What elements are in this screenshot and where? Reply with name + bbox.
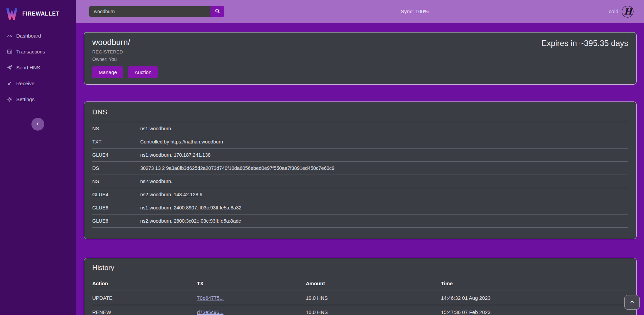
topbar: Sync: 100% cold H [76,0,644,23]
dns-record-row: GLUE6 ns1.woodburn. 2400:8907::f03c:93ff… [92,201,628,215]
dns-record-type: GLUE4 [92,149,140,162]
history-col-tx: TX [197,277,306,291]
main-content: woodburn/ REGISTERED Owner: You Manage A… [76,0,644,315]
dns-record-row: TXT Controlled by https://nathan.woodbur… [92,135,628,149]
history-amount: 10.0 HNS [306,305,441,315]
history-action: RENEW [92,305,197,315]
dns-record-type: DS [92,162,140,175]
dns-record-type: NS [92,175,140,188]
scroll-to-top-button[interactable] [624,295,640,310]
gear-icon [7,96,13,102]
history-time: 14:46:32 01 Aug 2023 [441,291,628,305]
search-bar [89,6,224,17]
history-header-row: Action TX Amount Time [92,277,628,291]
send-icon [7,65,13,70]
dns-record-row: DS 30273 13 2 9a3a8fb3d625d2a2073d740f10… [92,162,628,175]
dns-record-value: Controlled by https://nathan.woodburn [140,135,628,149]
domain-card: woodburn/ REGISTERED Owner: You Manage A… [84,32,637,85]
manage-button[interactable]: Manage [92,66,123,78]
sidebar-item-label: Receive [16,81,34,86]
history-col-action: Action [92,277,197,291]
wallet-selector[interactable]: cold H [609,0,634,23]
dns-card-title: DNS [92,108,628,116]
dns-record-value: ns1.woodburn. [140,122,628,135]
sidebar-nav: Dashboard Transactions Send HNS [0,28,76,107]
tx-link[interactable]: d73e5c96... [197,309,223,315]
handshake-icon: H [621,5,634,18]
expires-label: Expires in ~395.35 days [541,39,628,48]
auction-button[interactable]: Auction [128,66,158,78]
sidebar-item-transactions[interactable]: Transactions [0,44,76,60]
sidebar: FIREWALLET Dashboard Transactions [0,0,76,315]
sidebar-item-receive[interactable]: Receive [0,75,76,91]
sidebar-item-label: Transactions [16,49,45,54]
dns-record-type: GLUE6 [92,201,140,215]
chevron-left-icon [35,121,41,128]
history-col-time: Time [441,277,628,291]
table-icon [7,49,13,54]
dns-record-row: GLUE4 ns2.woodburn. 143.42.128.6 [92,188,628,201]
dns-table: NS ns1.woodburn. TXT Controlled by https… [92,122,628,228]
tx-link[interactable]: 70e64775... [197,295,224,301]
history-action: UPDATE [92,291,197,305]
dns-record-row: GLUE6 ns2.woodburn. 2600:3c02::f03c:93ff… [92,215,628,228]
history-row: RENEW d73e5c96... 10.0 HNS 15:47:36 07 F… [92,305,628,315]
brand-link[interactable]: FIREWALLET [0,0,76,23]
domain-status: REGISTERED [92,49,628,54]
sidebar-item-send-hns[interactable]: Send HNS [0,60,76,75]
dns-card: DNS NS ns1.woodburn. TXT Controlled by h… [84,102,637,239]
sidebar-item-label: Settings [16,96,34,102]
dns-record-value: ns2.woodburn. 2600:3c02::f03c:93ff:fe5a:… [140,215,628,228]
history-amount: 10.0 HNS [306,291,441,305]
dns-record-type: GLUE4 [92,188,140,201]
dns-record-row: NS ns2.woodburn. [92,175,628,188]
history-table: Action TX Amount Time UPDATE 70e64775...… [92,277,628,315]
dns-record-type: TXT [92,135,140,149]
history-col-amount: Amount [306,277,441,291]
domain-owner: Owner: You [92,57,628,62]
dns-record-value: ns2.woodburn. [140,175,628,188]
sync-status: Sync: 100% [401,0,429,23]
dns-record-row: NS ns1.woodburn. [92,122,628,135]
sidebar-item-label: Dashboard [16,33,41,39]
sidebar-collapse-button[interactable] [31,118,44,131]
history-time: 15:47:36 07 Feb 2023 [441,305,628,315]
search-input[interactable] [89,6,210,17]
history-row: UPDATE 70e64775... 10.0 HNS 14:46:32 01 … [92,291,628,305]
search-icon [215,8,220,15]
dns-record-value: 30273 13 2 9a3a8fb3d625d2a2073d740f10da6… [140,162,628,175]
dns-record-value: ns1.woodburn. 170.187.241.138 [140,149,628,162]
firewallet-w-logo-icon [5,7,18,21]
dns-record-row: GLUE4 ns1.woodburn. 170.187.241.138 [92,149,628,162]
dns-record-value: ns1.woodburn. 2400:8907::f03c:93ff:fe5a:… [140,201,628,215]
history-card: History Action TX Amount Time UPDATE 70e… [84,258,637,315]
sidebar-item-settings[interactable]: Settings [0,91,76,107]
search-button[interactable] [210,6,224,17]
brand-name: FIREWALLET [22,11,59,17]
chevron-up-icon [629,299,635,306]
sidebar-item-label: Send HNS [16,65,40,70]
receive-arrow-icon [7,81,13,86]
wallet-name: cold [609,8,618,15]
domain-actions: Manage Auction [92,66,628,78]
dns-record-value: ns2.woodburn. 143.42.128.6 [140,188,628,201]
dns-record-type: GLUE6 [92,215,140,228]
gauge-icon [7,33,13,39]
dns-record-type: NS [92,122,140,135]
history-card-title: History [92,264,628,272]
sidebar-item-dashboard[interactable]: Dashboard [0,28,76,44]
